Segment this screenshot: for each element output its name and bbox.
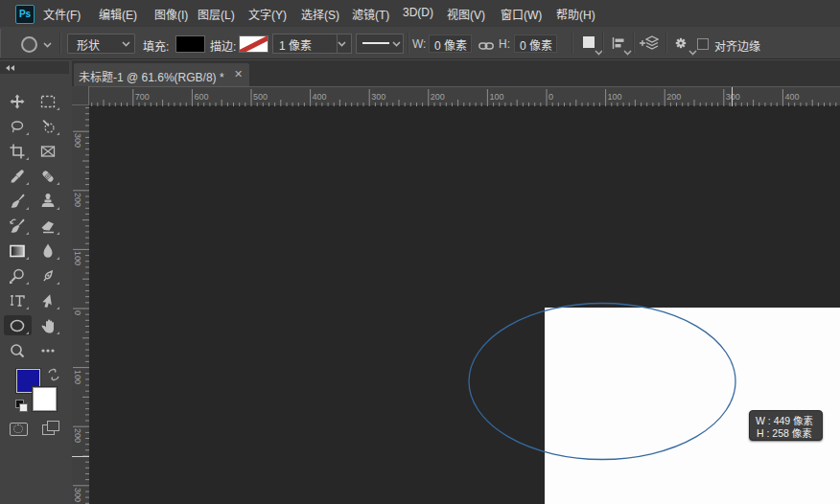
svg-text:200: 200 bbox=[666, 92, 681, 102]
svg-text:100: 100 bbox=[608, 92, 622, 102]
svg-text:300: 300 bbox=[726, 92, 740, 102]
svg-text:200: 200 bbox=[431, 92, 445, 102]
svg-text:400: 400 bbox=[313, 92, 327, 102]
svg-text:300: 300 bbox=[371, 92, 385, 102]
svg-text:500: 500 bbox=[253, 92, 268, 102]
svg-text:600: 600 bbox=[194, 92, 208, 102]
svg-text:0: 0 bbox=[548, 92, 553, 102]
svg-text:100: 100 bbox=[489, 92, 503, 102]
svg-text:700: 700 bbox=[135, 92, 150, 102]
svg-text:400: 400 bbox=[784, 92, 799, 102]
